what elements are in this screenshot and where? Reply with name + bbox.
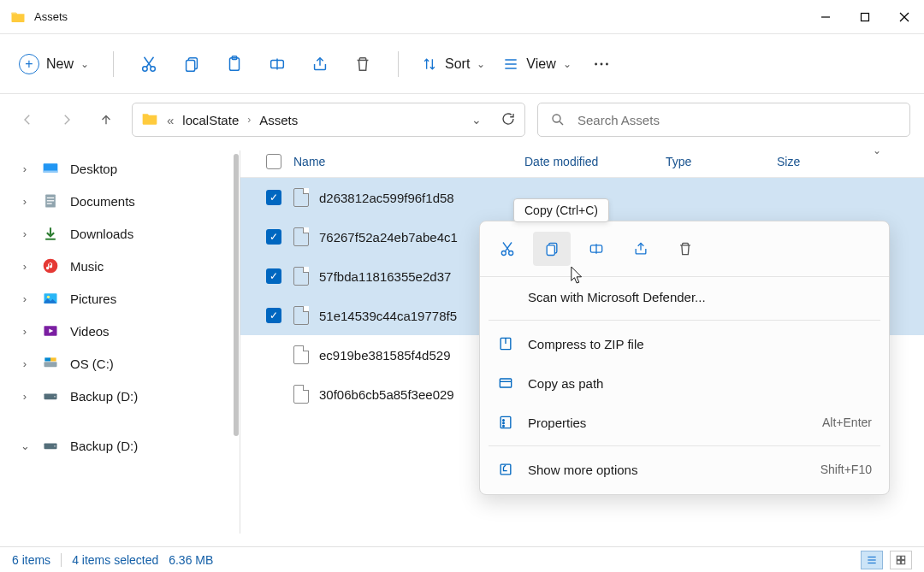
col-name[interactable]: Name — [293, 155, 524, 168]
sidebar-item-label: Music — [70, 259, 104, 274]
sidebar-item-documents[interactable]: ›Documents — [7, 185, 235, 217]
ctx-share-button[interactable] — [622, 232, 660, 266]
folder-icon — [141, 110, 158, 130]
sort-icon — [421, 56, 438, 73]
back-button[interactable] — [14, 106, 41, 133]
copy-button[interactable] — [172, 47, 211, 81]
svg-point-40 — [501, 251, 506, 256]
status-size: 6.36 MB — [169, 553, 213, 567]
refresh-button[interactable] — [500, 111, 516, 129]
status-count: 6 items — [12, 553, 50, 567]
svg-rect-1 — [862, 13, 869, 21]
delete-button[interactable] — [343, 47, 382, 81]
sidebar-item-videos[interactable]: ›Videos — [7, 315, 235, 347]
svg-rect-51 — [500, 379, 511, 387]
ctx-show-more[interactable]: Show more optionsShift+F10 — [480, 450, 889, 489]
chevron-right-icon: › — [19, 390, 31, 403]
col-type[interactable]: Type — [666, 155, 777, 168]
paste-button[interactable] — [215, 47, 254, 81]
breadcrumb-parent[interactable]: localState — [182, 113, 239, 127]
minimize-button[interactable] — [806, 0, 845, 34]
ctx-delete-button[interactable] — [666, 232, 704, 266]
sidebar-item-backup-d[interactable]: ›Backup (D:) — [7, 380, 235, 412]
view-icon — [502, 56, 519, 73]
chevron-right-icon: › — [19, 357, 31, 370]
chevron-down-icon[interactable]: ⌄ — [471, 113, 482, 127]
ctx-copy-button[interactable] — [533, 232, 571, 266]
status-bar: 6 items 4 items selected 6.36 MB — [0, 546, 924, 572]
svg-rect-62 — [902, 556, 905, 559]
breadcrumb-prefix: « — [167, 113, 174, 127]
col-date[interactable]: Date modified — [524, 155, 666, 168]
sort-button[interactable]: Sort ⌄ — [414, 50, 492, 78]
search-icon — [550, 112, 566, 127]
file-name: ec919be381585f4d529 — [319, 348, 451, 363]
sidebar-item-label: Backup (D:) — [70, 439, 138, 453]
sidebar-scrollbar[interactable] — [234, 154, 239, 436]
sidebar-item-pictures[interactable]: ›Pictures — [7, 282, 235, 315]
svg-point-5 — [151, 66, 156, 71]
breadcrumb[interactable]: « localState › Assets ⌄ — [132, 103, 525, 137]
details-view-button[interactable] — [861, 551, 883, 569]
separator — [398, 51, 399, 77]
chevron-right-icon: › — [19, 227, 31, 240]
sidebar-item-label: Downloads — [70, 227, 133, 241]
col-size[interactable]: Size⌄ — [777, 155, 924, 168]
path-icon — [497, 374, 514, 392]
file-checkbox[interactable]: ✓ — [266, 229, 281, 245]
svg-point-41 — [509, 251, 513, 256]
column-headers[interactable]: Name Date modified Type Size⌄ — [240, 145, 924, 178]
new-button[interactable]: + New ⌄ — [15, 49, 98, 80]
sidebar: ›Desktop ›Documents ›Downloads ›Music ›P… — [0, 145, 240, 539]
sort-label: Sort — [445, 56, 470, 72]
ctx-cut-button[interactable] — [489, 232, 526, 266]
sidebar-item-music[interactable]: ›Music — [7, 250, 235, 282]
sidebar-item-os-c[interactable]: ›OS (C:) — [7, 347, 235, 380]
sidebar-item-downloads[interactable]: ›Downloads — [7, 217, 235, 250]
documents-icon — [41, 192, 60, 210]
file-icon — [293, 306, 309, 325]
separator — [113, 51, 114, 77]
ctx-scan[interactable]: ·Scan with Microsoft Defender... — [480, 277, 889, 316]
forward-button[interactable] — [53, 106, 80, 133]
context-menu: ·Scan with Microsoft Defender... Compres… — [479, 221, 890, 495]
svg-rect-26 — [47, 198, 54, 198]
svg-point-56 — [503, 425, 505, 427]
select-all-checkbox[interactable] — [266, 154, 281, 169]
sidebar-item-label: Documents — [70, 194, 135, 209]
sidebar-item-backup-d-2[interactable]: ⌄Backup (D:) — [7, 429, 235, 462]
file-checkbox[interactable]: ✓ — [266, 308, 281, 323]
sidebar-item-desktop[interactable]: ›Desktop — [7, 152, 235, 185]
svg-rect-9 — [187, 60, 195, 71]
file-icon — [293, 267, 309, 286]
search-box[interactable] — [537, 103, 910, 137]
ctx-copy-path[interactable]: Copy as path — [480, 363, 889, 403]
search-input[interactable] — [578, 113, 897, 127]
rename-button[interactable] — [258, 47, 297, 81]
chevron-right-icon: › — [247, 114, 251, 126]
desktop-icon — [41, 159, 60, 178]
ctx-rename-button[interactable] — [578, 232, 615, 266]
svg-point-37 — [54, 396, 56, 398]
maximize-button[interactable] — [845, 0, 885, 34]
chevron-down-icon: ⌄ — [873, 144, 881, 156]
cut-button[interactable] — [129, 47, 169, 81]
more-button[interactable] — [582, 47, 621, 81]
ctx-zip[interactable]: Compress to ZIP file — [480, 324, 889, 363]
file-icon — [293, 227, 309, 246]
plus-icon: + — [19, 54, 39, 74]
ctx-properties[interactable]: PropertiesAlt+Enter — [480, 403, 889, 442]
share-button[interactable] — [300, 47, 340, 81]
svg-rect-53 — [500, 416, 511, 428]
file-checkbox[interactable]: ✓ — [266, 268, 281, 284]
view-button[interactable]: View ⌄ — [495, 50, 578, 78]
svg-rect-63 — [897, 560, 900, 563]
thumbnails-view-button[interactable] — [890, 551, 912, 569]
file-checkbox[interactable]: ✓ — [266, 190, 281, 205]
file-icon — [293, 345, 309, 364]
sidebar-item-label: OS (C:) — [70, 357, 114, 371]
close-button[interactable] — [885, 0, 924, 34]
breadcrumb-current[interactable]: Assets — [259, 113, 298, 127]
up-button[interactable] — [92, 106, 120, 133]
file-name: 57fbda11816355e2d37 — [319, 269, 451, 284]
